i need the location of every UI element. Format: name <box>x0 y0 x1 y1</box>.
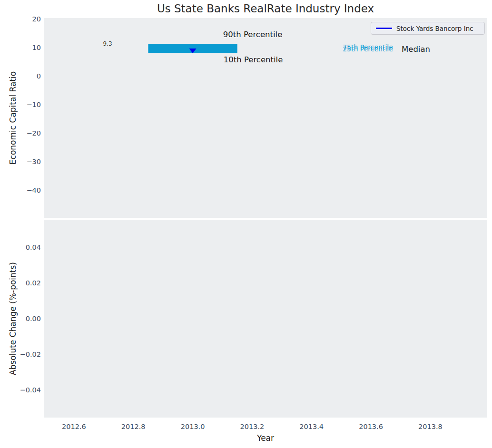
bottom-y-tick-label: 0.00 <box>26 315 41 322</box>
figure: Us State Banks RealRate Industry Index E… <box>0 0 492 448</box>
annotation-median: Median <box>402 45 430 54</box>
bottom-y-tick-label: −0.04 <box>20 386 41 394</box>
x-tick-label: 2013.2 <box>240 423 265 430</box>
x-tick-label: 2012.8 <box>121 423 146 430</box>
top-y-tick-label: −20 <box>26 129 41 137</box>
top-y-tick-label: 20 <box>32 15 41 23</box>
top-y-tick-label: 10 <box>32 44 41 51</box>
x-tick-label: 2012.6 <box>62 423 86 430</box>
legend: Stock Yards Bancorp Inc <box>371 22 485 35</box>
x-tick-label: 2013.8 <box>418 423 443 430</box>
legend-label: Stock Yards Bancorp Inc <box>396 25 473 32</box>
legend-line-sample <box>376 28 392 29</box>
y-axis-label-top: Economic Capital Ratio <box>8 71 18 165</box>
annotation-25th-percentile: 25th Percentile <box>343 45 393 53</box>
plot-canvas <box>0 0 492 448</box>
annotation-median-value: 9.3 <box>103 40 112 47</box>
x-tick-label: 2013.0 <box>181 423 205 430</box>
x-axis-label: Year <box>257 433 274 443</box>
annotation-10th-percentile: 10th Percentile <box>224 55 283 64</box>
bottom-y-tick-label: 0.02 <box>26 279 41 287</box>
annotation-90th-percentile: 90th Percentile <box>223 30 283 39</box>
y-axis-label-bottom: Absolute Change (%-points) <box>8 262 18 375</box>
bottom-y-tick-label: 0.04 <box>26 243 41 251</box>
chart-title: Us State Banks RealRate Industry Index <box>157 2 374 15</box>
x-tick-label: 2013.6 <box>359 423 383 430</box>
top-y-tick-label: −10 <box>26 101 41 108</box>
top-y-tick-label: 0 <box>37 72 41 80</box>
bottom-y-tick-label: −0.02 <box>20 351 41 358</box>
top-y-tick-label: −30 <box>26 158 41 166</box>
x-tick-label: 2013.4 <box>299 423 324 430</box>
top-y-tick-label: −40 <box>26 186 41 194</box>
bottom-plot-bg <box>44 220 487 418</box>
